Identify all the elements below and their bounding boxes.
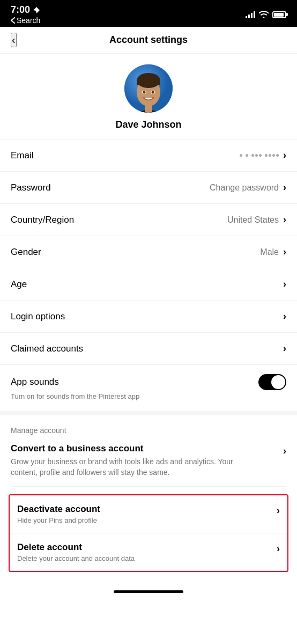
deactivate-left: Deactivate account Hide your Pins and pr… (17, 504, 277, 524)
password-chevron: › (283, 182, 286, 193)
danger-zone: Deactivate account Hide your Pins and pr… (9, 494, 288, 572)
section-divider (0, 411, 297, 415)
country-right: United States › (227, 214, 286, 225)
svg-point-10 (152, 91, 154, 94)
gender-value: Male (260, 247, 279, 257)
deactivate-chevron: › (277, 504, 280, 516)
convert-left: Convert to a business account Grow your … (11, 443, 283, 478)
password-right: Change password › (210, 182, 286, 193)
age-label: Age (11, 279, 27, 290)
battery-icon (272, 11, 286, 18)
app-sounds-toggle[interactable] (258, 374, 286, 390)
claimed-accounts-row[interactable]: Claimed accounts › (0, 333, 297, 365)
delete-title: Delete account (17, 542, 277, 553)
profile-name: Dave Johnson (115, 119, 181, 130)
claimed-accounts-right: › (283, 343, 286, 354)
claimed-accounts-label: Claimed accounts (11, 343, 83, 354)
age-right: › (283, 279, 286, 290)
login-options-row[interactable]: Login options › (0, 301, 297, 333)
app-sounds-label: App sounds (11, 377, 59, 387)
claimed-accounts-chevron: › (283, 343, 286, 354)
age-row[interactable]: Age › (0, 268, 297, 301)
status-left: 7:00 Search (11, 4, 40, 25)
password-row[interactable]: Password Change password › (0, 172, 297, 204)
delete-chevron: › (277, 542, 280, 554)
status-right (246, 11, 286, 18)
app-sounds-top: App sounds (11, 374, 286, 390)
convert-right: › (283, 443, 286, 457)
convert-chevron: › (283, 445, 286, 457)
app-sounds-row: App sounds Turn on for sounds from the P… (0, 365, 297, 411)
email-row[interactable]: Email › (0, 140, 297, 172)
gender-row[interactable]: Gender Male › (0, 236, 297, 268)
country-value: United States (227, 215, 279, 225)
age-chevron: › (283, 279, 286, 290)
manage-account-section: Manage account Convert to a business acc… (0, 415, 297, 487)
back-arrow-icon (11, 17, 15, 24)
status-search[interactable]: Search (11, 16, 40, 25)
country-chevron: › (283, 214, 286, 225)
convert-account-row[interactable]: Convert to a business account Grow your … (11, 438, 286, 487)
home-indicator (0, 580, 297, 599)
password-value: Change password (210, 183, 279, 193)
login-options-label: Login options (11, 311, 65, 322)
avatar-image (124, 64, 173, 113)
login-options-chevron: › (283, 311, 286, 322)
time-label: 7:00 (11, 4, 30, 16)
delete-desc: Delete your account and account data (17, 554, 277, 562)
search-label: Search (17, 16, 40, 25)
country-row[interactable]: Country/Region United States › (0, 204, 297, 236)
gender-right: Male › (260, 246, 286, 258)
back-button[interactable]: ‹ (11, 33, 17, 47)
manage-label: Manage account (11, 426, 286, 435)
delete-left: Delete account Delete your account and a… (17, 542, 277, 562)
deactivate-title: Deactivate account (17, 504, 277, 515)
email-label: Email (11, 150, 34, 161)
deactivate-row[interactable]: Deactivate account Hide your Pins and pr… (10, 495, 287, 533)
signal-icon (246, 11, 255, 18)
delete-row[interactable]: Delete account Delete your account and a… (10, 533, 287, 571)
gender-chevron: › (283, 246, 286, 258)
country-label: Country/Region (11, 215, 74, 225)
email-dots (240, 154, 279, 157)
location-arrow-icon (33, 6, 40, 14)
page-title: Account settings (109, 34, 188, 46)
svg-rect-6 (137, 79, 160, 85)
wifi-icon (259, 11, 269, 18)
gender-label: Gender (11, 247, 41, 258)
login-options-right: › (283, 311, 286, 322)
password-label: Password (11, 182, 51, 193)
profile-section: Dave Johnson (0, 54, 297, 140)
email-chevron: › (283, 150, 286, 161)
settings-list: Email › Password (0, 140, 297, 411)
email-right: › (240, 150, 286, 161)
svg-point-9 (143, 91, 146, 94)
avatar[interactable] (124, 64, 173, 113)
app-sounds-subtitle: Turn on for sounds from the Pinterest ap… (11, 392, 286, 407)
status-time: 7:00 (11, 4, 40, 16)
deactivate-desc: Hide your Pins and profile (17, 516, 277, 524)
home-bar (114, 590, 183, 593)
nav-header: ‹ Account settings (0, 27, 297, 54)
convert-desc: Grow your business or brand with tools l… (11, 457, 236, 478)
toggle-thumb (271, 375, 285, 389)
status-bar: 7:00 Search (0, 0, 297, 27)
convert-title: Convert to a business account (11, 443, 283, 454)
